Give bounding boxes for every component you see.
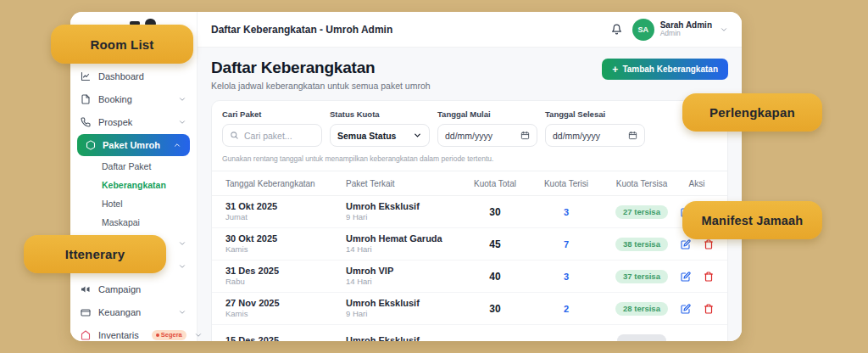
package-name: Umroh VIP (346, 266, 461, 277)
sidebar-item-booking[interactable]: Booking (70, 87, 197, 110)
quota-remaining-badge: 38 tersisa (615, 238, 668, 251)
topbar: Daftar Keberangkatan - Umroh Admin SA Sa… (198, 12, 742, 48)
col-kuota-total: Kuota Total (461, 179, 529, 188)
add-departure-button[interactable]: + Tambah Keberangkatan (602, 59, 728, 80)
package-name: Umroh Eksklusif (346, 298, 461, 310)
search-icon (230, 131, 239, 140)
sidebar-item-keuangan[interactable]: Keuangan (70, 300, 197, 323)
chevron-down-icon (178, 308, 186, 317)
sidebar-item-label: Dashboard (98, 71, 144, 81)
departures-panel: Cari Paket Status Kuota Semua (211, 100, 728, 341)
soon-badge: Segera (152, 330, 186, 340)
quota-filled-link[interactable]: 3 (529, 272, 604, 282)
departure-day: Rabu (225, 277, 346, 287)
chevron-up-icon (173, 141, 181, 149)
quota-remaining-badge: 28 tersisa (615, 302, 668, 316)
departure-date: 15 Des 2025 (225, 335, 346, 341)
sidebar-item-campaign[interactable]: Campaign (70, 277, 197, 300)
edit-button[interactable] (681, 272, 691, 282)
status-label: Status Kuota (330, 109, 430, 119)
quota-total: 30 (461, 206, 529, 218)
departure-day: Jumat (225, 212, 346, 222)
sidebar-item-inventaris[interactable]: Inventaris Segera (70, 323, 197, 341)
package-icon (86, 140, 96, 150)
main-column: Daftar Keberangkatan - Umroh Admin SA Sa… (198, 12, 742, 341)
calendar-icon (628, 131, 637, 140)
page-subtitle: Kelola jadwal keberangkatan untuk semua … (211, 81, 431, 91)
quota-filled-link[interactable]: 2 (529, 304, 604, 314)
status-select[interactable]: Semua Status (330, 124, 430, 147)
sidebar-item-prospek[interactable]: Prospek (70, 110, 197, 133)
col-tanggal: Tanggal Keberangkatan (225, 179, 346, 188)
sidebar-subitem-daftar-paket[interactable]: Daftar Paket (70, 157, 197, 176)
package-name: Umroh Hemat Garuda (346, 233, 461, 245)
chevron-down-icon (178, 262, 186, 271)
departure-date: 31 Okt 2025 (225, 201, 346, 213)
end-date-input[interactable]: dd/mm/yyyy (545, 124, 645, 147)
quota-total: 30 (461, 303, 529, 315)
quota-total: 40 (461, 271, 529, 283)
home-icon (81, 330, 91, 340)
package-duration: 9 Hari (346, 309, 461, 319)
col-aksi: Aksi (680, 179, 714, 188)
sidebar-subitem-maskapai[interactable]: Maskapai (70, 213, 197, 232)
callout-room-list: Room List (51, 25, 193, 64)
topbar-title: Daftar Keberangkatan - Umroh Admin (211, 24, 392, 36)
quota-remaining-badge (617, 334, 666, 341)
delete-button[interactable] (704, 239, 714, 249)
start-date-label: Tanggal Mulai (437, 109, 537, 119)
sidebar-item-label: Campaign (98, 284, 141, 294)
megaphone-icon (81, 284, 91, 294)
start-date-input[interactable]: dd/mm/yyyy (437, 124, 537, 147)
package-duration: 9 Hari (346, 212, 461, 222)
departure-day: Kamis (225, 244, 346, 255)
quota-remaining-badge: 27 tersisa (615, 205, 668, 219)
content-area: Daftar Keberangkatan Kelola jadwal keber… (198, 48, 742, 341)
badge-dot-icon (156, 333, 159, 337)
chart-icon (81, 71, 91, 81)
sidebar-item-paket-umroh[interactable]: Paket Umroh (77, 134, 190, 156)
avatar: SA (632, 19, 654, 41)
callout-ittenerary: Ittenerary (24, 235, 166, 273)
table-row: 31 Des 2025Rabu Umroh VIP14 Hari 40 3 37… (212, 261, 727, 293)
sidebar-item-label: Paket Umroh (103, 140, 160, 150)
chevron-down-icon (178, 239, 186, 248)
col-kuota-tersisa: Kuota Tersisa (604, 179, 680, 188)
col-kuota-terisi: Kuota Terisi (529, 179, 604, 188)
table-header: Tanggal Keberangkatan Paket Terkait Kuot… (212, 171, 727, 196)
quota-filled-link[interactable]: 3 (529, 207, 604, 217)
user-role: Admin (660, 30, 712, 38)
quota-filled-link[interactable]: 7 (529, 239, 604, 249)
sidebar-item-label: Keuangan (98, 307, 141, 317)
quota-total: 45 (461, 238, 529, 250)
departure-date: 30 Okt 2025 (225, 233, 346, 245)
calendar-icon (520, 131, 530, 140)
wallet-icon (81, 307, 91, 317)
chevron-down-icon (178, 95, 186, 104)
col-paket: Paket Terkait (346, 179, 461, 188)
sidebar-item-dashboard[interactable]: Dashboard (70, 64, 197, 87)
table-row: 27 Nov 2025Kamis Umroh Eksklusif9 Hari 3… (212, 293, 727, 325)
package-name: Umroh Eksklusif (346, 335, 461, 341)
edit-button[interactable] (681, 239, 691, 249)
package-duration: 14 Hari (346, 277, 461, 287)
package-duration: 14 Hari (346, 244, 461, 255)
delete-button[interactable] (704, 272, 714, 282)
departure-day: Kamis (225, 309, 346, 319)
sidebar-item-label: Booking (98, 94, 132, 104)
chevron-down-icon (194, 331, 203, 339)
search-input[interactable] (244, 131, 314, 141)
bell-icon[interactable] (611, 24, 622, 35)
chevron-down-icon (413, 131, 422, 140)
chevron-down-icon (720, 25, 728, 34)
filter-helper-text: Gunakan rentang tanggal untuk menampilka… (222, 154, 717, 163)
package-name: Umroh Eksklusif (346, 201, 461, 213)
edit-button[interactable] (681, 304, 691, 314)
sidebar-subitem-hotel[interactable]: Hotel (70, 194, 197, 213)
sidebar-item-label: Prospek (98, 117, 132, 127)
delete-button[interactable] (704, 304, 714, 314)
document-icon (81, 94, 91, 104)
user-menu[interactable]: SA Sarah Admin Admin (632, 19, 728, 41)
callout-manifest-jamaah: Manifest Jamaah (682, 201, 822, 239)
sidebar-subitem-keberangkatan[interactable]: Keberangkatan (70, 176, 197, 194)
